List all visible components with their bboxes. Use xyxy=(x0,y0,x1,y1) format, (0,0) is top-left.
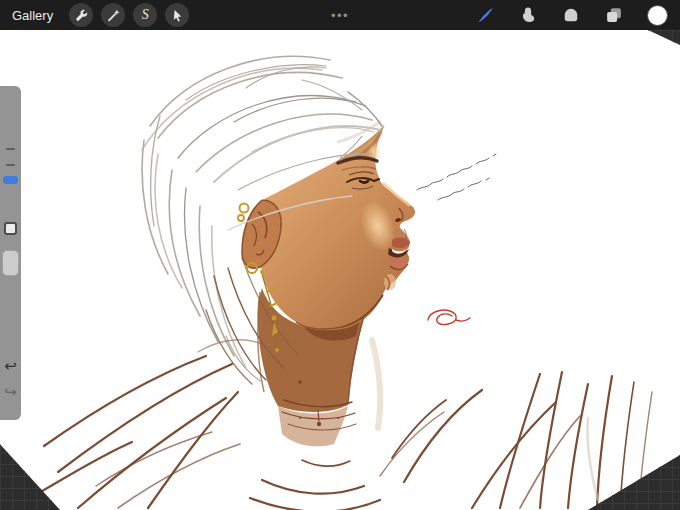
brush-size-tick xyxy=(6,164,15,166)
actions-button[interactable] xyxy=(69,3,93,27)
selection-s-icon: S xyxy=(142,8,149,22)
canvas-options-dots[interactable]: ••• xyxy=(331,8,349,23)
opacity-slider[interactable] xyxy=(2,250,19,276)
modify-button[interactable] xyxy=(4,222,17,235)
handwritten-note xyxy=(417,154,496,200)
brush-size-slider[interactable] xyxy=(3,176,18,184)
redo-button[interactable]: ↪ xyxy=(0,384,21,399)
transform-button[interactable] xyxy=(165,3,189,27)
brush-size-tick xyxy=(6,148,15,150)
canvas-artwork[interactable] xyxy=(0,30,680,510)
undo-button[interactable]: ↩ xyxy=(0,358,21,373)
adjustments-button[interactable] xyxy=(101,3,125,27)
signature-scribble xyxy=(428,310,470,324)
gallery-button[interactable]: Gallery xyxy=(12,8,61,23)
layers-button[interactable] xyxy=(604,5,624,25)
magic-wand-icon xyxy=(106,8,121,23)
eraser-icon xyxy=(561,5,581,25)
selection-button[interactable]: S xyxy=(133,3,157,27)
brush-icon xyxy=(475,5,495,25)
paint-tool-button[interactable] xyxy=(475,5,495,25)
procreate-window: Gallery S ••• xyxy=(0,0,680,510)
smudge-icon xyxy=(518,5,538,25)
topbar: Gallery S ••• xyxy=(0,0,680,30)
color-swatch-button[interactable] xyxy=(647,5,668,26)
layers-icon xyxy=(604,5,624,25)
smudge-tool-button[interactable] xyxy=(518,5,538,25)
wrench-icon xyxy=(74,8,89,23)
erase-tool-button[interactable] xyxy=(561,5,581,25)
transform-arrow-icon xyxy=(170,8,185,23)
current-color-swatch xyxy=(647,5,668,26)
sidebar-tools: ↩ ↪ xyxy=(0,86,21,420)
